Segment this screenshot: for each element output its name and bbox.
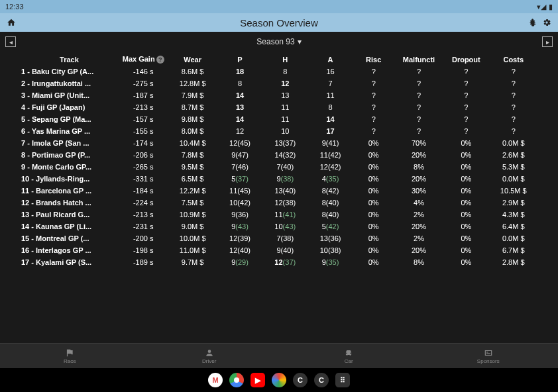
- table-row[interactable]: 4 - Fuji GP (Japan)-213 s8.7M $13118????: [20, 101, 538, 113]
- col-a: A: [307, 53, 353, 66]
- table-row[interactable]: 10 - Jyllands-Ring...-331 s6.5M $5(37)9(…: [20, 173, 538, 185]
- sponsors-icon: [484, 348, 493, 358]
- season-selector-row: ◂ Season 93▾ ▸: [0, 32, 558, 52]
- table-row[interactable]: 1 - Baku City GP (A...-146 s8.6M $18816?…: [20, 66, 538, 77]
- app-icon-2[interactable]: C: [314, 373, 329, 387]
- system-dock: M ▶ C C ⠿: [0, 368, 558, 392]
- table-row[interactable]: 15 - Montreal GP (...-200 s10.0M $12(39)…: [20, 232, 538, 244]
- table-row[interactable]: 12 - Brands Hatch ...-224 s7.5M $10(42)1…: [20, 197, 538, 209]
- col-wear: Wear: [168, 53, 217, 66]
- table-row[interactable]: 2 - Irungattukottai ...-275 s12.8M $8127…: [20, 77, 538, 89]
- col-risc: Risc: [353, 53, 394, 66]
- col-track: Track: [20, 53, 119, 66]
- photos-icon[interactable]: [272, 373, 286, 387]
- battery-icon: ▮: [549, 3, 553, 11]
- table-row[interactable]: 8 - Portimao GP (P...-206 s7.8M $9(47)14…: [20, 149, 538, 161]
- car-icon: [344, 348, 353, 358]
- bottom-nav: Race Driver Car Sponsors: [0, 343, 558, 368]
- table-row[interactable]: 6 - Yas Marina GP ...-155 s8.0M $121017?…: [20, 125, 538, 137]
- nav-sponsors[interactable]: Sponsors: [419, 344, 559, 368]
- table-row[interactable]: 5 - Sepang GP (Ma...-157 s9.8M $141114??…: [20, 113, 538, 125]
- chrome-icon[interactable]: [229, 373, 244, 387]
- season-dropdown[interactable]: Season 93▾: [256, 37, 301, 46]
- bug-icon[interactable]: [528, 18, 537, 27]
- status-time: 12:33: [5, 3, 24, 11]
- table-row[interactable]: 13 - Paul Ricard G...-213 s10.9M $9(36)1…: [20, 209, 538, 220]
- app-icon-1[interactable]: C: [293, 373, 307, 387]
- table-row[interactable]: 11 - Barcelona GP ...-184 s12.2M $11(45)…: [20, 185, 538, 197]
- col-maxgain: Max Gain?: [119, 53, 168, 66]
- table-row[interactable]: 14 - Kaunas GP (Li...-231 s9.0M $9(43)10…: [20, 220, 538, 232]
- nav-race[interactable]: Race: [0, 344, 140, 368]
- table-row[interactable]: 9 - Monte Carlo GP...-265 s9.5M $7(46)7(…: [20, 161, 538, 173]
- status-icons: ▾◢ ▮: [537, 3, 553, 11]
- season-table: Track Max Gain? Wear P H A Risc Malfunct…: [0, 52, 558, 268]
- col-p: P: [217, 53, 262, 66]
- person-icon: [205, 348, 214, 358]
- page-title: Season Overview: [240, 17, 318, 28]
- table-row[interactable]: 17 - Kyalami GP (S...-189 s9.7M $9(29)12…: [20, 256, 538, 268]
- status-bar: 12:33 ▾◢ ▮: [0, 0, 558, 13]
- home-icon[interactable]: [7, 18, 16, 27]
- col-drop: Dropout: [443, 53, 488, 66]
- gmail-icon[interactable]: M: [208, 373, 223, 387]
- next-season-button[interactable]: ▸: [542, 36, 553, 47]
- nav-driver[interactable]: Driver: [140, 344, 280, 368]
- help-icon[interactable]: ?: [156, 56, 164, 64]
- flag-icon: [65, 348, 74, 358]
- nav-car[interactable]: Car: [279, 344, 419, 368]
- col-mal: Malfuncti: [394, 53, 443, 66]
- table-row[interactable]: 3 - Miami GP (Unit...-187 s7.9M $141311?…: [20, 89, 538, 101]
- table-row[interactable]: 16 - Interlagos GP ...-198 s11.0M $12(40…: [20, 244, 538, 256]
- chevron-down-icon: ▾: [298, 37, 302, 46]
- col-h: H: [262, 53, 307, 66]
- youtube-icon[interactable]: ▶: [251, 373, 265, 387]
- table-header: Track Max Gain? Wear P H A Risc Malfunct…: [20, 53, 538, 66]
- col-cost: Costs: [488, 53, 538, 66]
- app-header: Season Overview: [0, 13, 558, 32]
- prev-season-button[interactable]: ◂: [5, 36, 16, 47]
- table-row[interactable]: 7 - Imola GP (San ...-174 s10.4M $12(45)…: [20, 137, 538, 149]
- settings-icon[interactable]: [542, 18, 551, 27]
- apps-grid-icon[interactable]: ⠿: [335, 373, 350, 387]
- wifi-icon: ▾◢: [537, 3, 546, 11]
